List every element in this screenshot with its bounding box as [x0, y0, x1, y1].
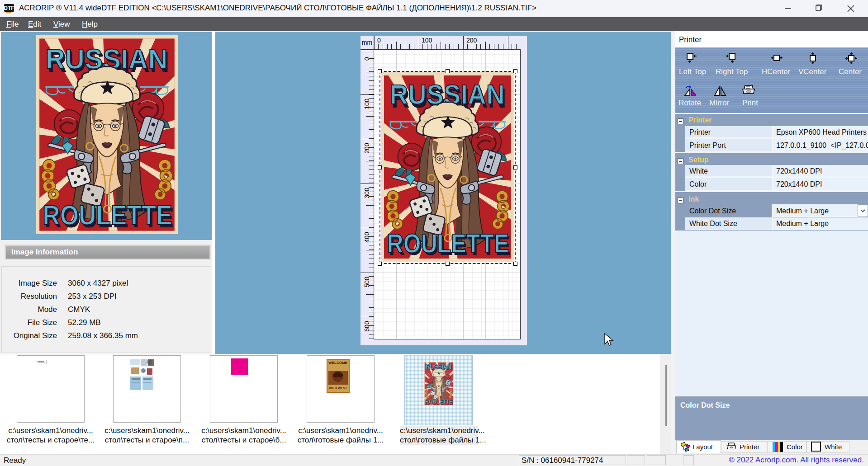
svg-text:WILD WEST: WILD WEST	[329, 386, 347, 390]
svg-text:WELCOME: WELCOME	[328, 361, 347, 365]
svg-text:DTF: DTF	[4, 5, 14, 11]
